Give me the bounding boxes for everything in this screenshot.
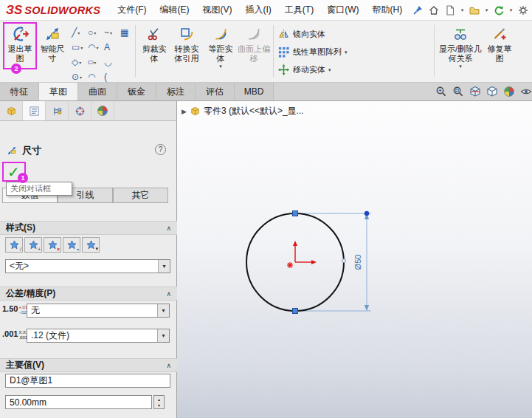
- precision-dropdown[interactable]: .12 (文件) ▾: [27, 329, 170, 343]
- tab-sketch[interactable]: 草图: [39, 83, 78, 100]
- zoom-fit-button[interactable]: [435, 86, 447, 98]
- zoom-to-area-button[interactable]: [452, 86, 464, 98]
- style-delete-button[interactable]: ×: [44, 237, 61, 253]
- feature-tree-root[interactable]: ▶ 零件3 (默认<<默认>_显...: [182, 105, 304, 117]
- dimxpert-manager-tab[interactable]: [69, 101, 91, 120]
- chevron-down-icon[interactable]: ▾: [157, 304, 169, 317]
- style-section-header[interactable]: 样式(S) ∧: [0, 221, 177, 235]
- chevron-down-icon[interactable]: ▾: [157, 329, 169, 342]
- chevron-down-icon[interactable]: ▾: [80, 75, 82, 80]
- arc-tool-button[interactable]: ◠▾: [87, 41, 103, 54]
- text-tool-button[interactable]: A: [103, 41, 120, 54]
- collapse-icon[interactable]: ∧: [166, 362, 171, 369]
- slot-tool-button[interactable]: ⊙▾: [71, 70, 87, 83]
- style-load-button[interactable]: ▾: [82, 237, 100, 253]
- surface-offset-button[interactable]: 曲面上偏移: [238, 23, 270, 72]
- chevron-down-icon[interactable]: ▾: [94, 30, 96, 35]
- display-delete-relations-button[interactable]: 显示/删除几何关系 ▾: [438, 23, 483, 72]
- chevron-down-icon[interactable]: ▾: [79, 60, 81, 65]
- help-button[interactable]: ?: [155, 144, 166, 155]
- home-button[interactable]: [426, 3, 441, 18]
- offset-entities-button[interactable]: 等距实体 ▾: [205, 23, 236, 72]
- tab-evaluate[interactable]: 评估: [196, 83, 235, 100]
- tab-sheet-metal[interactable]: 钣金: [117, 83, 156, 100]
- move-entities-button[interactable]: 移动实体 ▾: [277, 62, 331, 77]
- menu-tools[interactable]: 工具(T): [278, 0, 320, 20]
- tangent-arc-tool-button[interactable]: ◠: [87, 70, 103, 83]
- trim-entities-button[interactable]: 剪裁实体: [139, 23, 170, 72]
- section-view-button[interactable]: [469, 86, 481, 98]
- options-button[interactable]: [516, 3, 531, 18]
- exit-sketch-button[interactable]: 退出草图: [4, 23, 35, 72]
- dimension-value-field[interactable]: 50.00mm: [5, 395, 152, 409]
- open-file-button[interactable]: [467, 3, 482, 18]
- view-orientation-button[interactable]: [486, 86, 498, 98]
- circle-top-vertex[interactable]: [293, 211, 298, 216]
- new-document-button[interactable]: [443, 3, 457, 18]
- chevron-down-icon[interactable]: ▾: [328, 67, 331, 72]
- sketch-graphics-area[interactable]: Ø50: [177, 101, 532, 418]
- pin-menu-icon[interactable]: [410, 3, 425, 18]
- menu-help[interactable]: 帮助(H): [365, 0, 409, 20]
- display-manager-tab[interactable]: [91, 101, 114, 120]
- appearance-button[interactable]: [502, 86, 515, 98]
- origin-marker[interactable]: [287, 241, 317, 268]
- feature-manager-tab[interactable]: [0, 101, 23, 120]
- menu-insert[interactable]: 插入(I): [238, 0, 277, 20]
- linear-sketch-pattern-button[interactable]: 线性草图阵列 ▾: [277, 44, 348, 59]
- property-manager-tab[interactable]: [23, 101, 46, 120]
- 3d-sketch-tool-button[interactable]: ▦: [120, 26, 136, 39]
- chevron-down-icon[interactable]: ▾: [80, 45, 83, 50]
- circle-right-point[interactable]: [342, 259, 346, 263]
- collapse-icon[interactable]: ∧: [166, 290, 171, 298]
- graphics-viewport[interactable]: ▶ 零件3 (默认<<默认>_显... Ø50: [177, 101, 532, 418]
- menu-file[interactable]: 文件(F): [111, 0, 153, 20]
- chevron-down-icon[interactable]: ▾: [219, 64, 222, 69]
- new-document-flyout-icon[interactable]: ▾: [459, 7, 466, 13]
- chevron-down-icon[interactable]: ▾: [345, 49, 348, 55]
- conic-tool-button[interactable]: (: [103, 70, 120, 83]
- circle-tool-button[interactable]: ○▾: [87, 26, 103, 39]
- circle-bottom-vertex[interactable]: [293, 309, 298, 314]
- tolerance-section-header[interactable]: 公差/精度(P) ∧: [0, 287, 177, 301]
- fillet-tool-button[interactable]: ◡: [103, 55, 120, 69]
- chevron-down-icon[interactable]: ▾: [77, 30, 80, 35]
- collapse-icon[interactable]: ∧: [166, 225, 171, 232]
- chevron-down-icon[interactable]: ▾: [96, 45, 98, 50]
- primary-value-section-header[interactable]: 主要值(V) ∧: [0, 358, 177, 372]
- spin-down-icon[interactable]: ▾: [154, 402, 164, 409]
- tab-other[interactable]: 其它: [113, 188, 168, 203]
- style-dropdown[interactable]: <无> ▾: [5, 259, 170, 273]
- style-add-button[interactable]: +: [24, 237, 42, 253]
- chevron-down-icon[interactable]: ▾: [94, 60, 96, 65]
- line-tool-button[interactable]: ╱▾: [71, 26, 87, 39]
- part-tree-label[interactable]: 零件3 (默认<<默认>_显...: [204, 105, 304, 117]
- rebuild-flyout-icon[interactable]: ▾: [508, 7, 514, 13]
- dimension-handle-dot[interactable]: [365, 211, 369, 216]
- repair-sketch-button[interactable]: 修复草图: [484, 23, 515, 72]
- style-save-button[interactable]: ▪: [63, 237, 80, 253]
- menu-view[interactable]: 视图(V): [196, 0, 238, 20]
- chevron-down-icon[interactable]: ▾: [110, 30, 112, 35]
- view-settings-button[interactable]: [519, 86, 532, 98]
- spin-up-icon[interactable]: ▴: [154, 396, 164, 402]
- smart-dimension-button[interactable]: 智能尺寸: [37, 23, 68, 72]
- tab-mbd[interactable]: MBD: [235, 83, 274, 100]
- tolerance-type-dropdown[interactable]: 无 ▾: [27, 304, 170, 318]
- value-spinner[interactable]: ▴ ▾: [153, 395, 165, 409]
- open-flyout-icon[interactable]: ▾: [483, 7, 490, 13]
- mirror-entities-button[interactable]: 镜向实体: [277, 27, 325, 41]
- chevron-down-icon[interactable]: ▾: [459, 64, 462, 69]
- tab-surfaces[interactable]: 曲面: [78, 83, 117, 100]
- rebuild-button[interactable]: [491, 3, 506, 18]
- dimension-text[interactable]: Ø50: [353, 255, 362, 270]
- dimension-name-field[interactable]: D1@草图1: [5, 374, 170, 388]
- ellipse-tool-button[interactable]: ○▾: [87, 55, 103, 69]
- tab-annotations[interactable]: 标注: [156, 83, 196, 100]
- configuration-manager-tab[interactable]: [46, 101, 69, 120]
- tab-features[interactable]: 特征: [0, 83, 39, 100]
- menu-window[interactable]: 窗口(W): [320, 0, 365, 20]
- style-apply-default-button[interactable]: /: [5, 237, 23, 253]
- spline-tool-button[interactable]: ~▾: [103, 26, 120, 39]
- polygon-tool-button[interactable]: ◇▾: [71, 55, 87, 69]
